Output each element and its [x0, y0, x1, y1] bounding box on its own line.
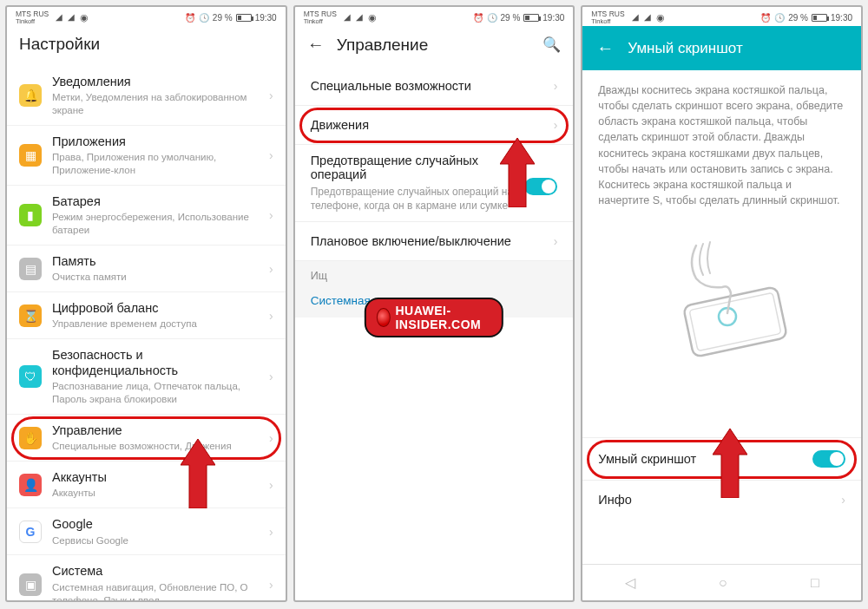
chevron-right-icon: ›	[269, 88, 273, 102]
wifi-icon: ◉	[656, 12, 665, 23]
settings-list[interactable]: 🔔УведомленияМетки, Уведомления на заблок…	[7, 66, 286, 600]
settings-row-цифровой-баланс[interactable]: ⌛Цифровой балансУправление временем дост…	[7, 292, 286, 339]
row-icon: ▮	[19, 204, 42, 226]
row-icon: ✋	[19, 427, 42, 449]
row-title: Цифровой баланс	[52, 300, 259, 316]
row-subtitle: Распознавание лица, Отпечаток пальца, Па…	[52, 380, 259, 406]
chevron-right-icon: ›	[269, 370, 273, 383]
row-accessibility[interactable]: Специальные возможности ›	[295, 67, 574, 106]
row-subtitle: Системная навигация, Обновление ПО, О те…	[52, 581, 259, 600]
chevron-right-icon: ›	[554, 234, 558, 248]
back-button[interactable]: ←	[307, 35, 325, 55]
settings-row-память[interactable]: ▤ПамятьОчистка памяти›	[7, 246, 286, 292]
row-subtitle: Сервисы Google	[52, 534, 259, 547]
settings-row-система[interactable]: ▣СистемаСистемная навигация, Обновление …	[7, 555, 286, 600]
row-smart-screenshot-toggle[interactable]: Умный скриншот	[582, 437, 861, 480]
chevron-right-icon: ›	[841, 493, 845, 507]
row-title: Google	[52, 516, 259, 532]
row-icon: ▤	[19, 258, 42, 280]
page-title: Умный скриншот	[628, 40, 742, 57]
row-title: Приложения	[52, 134, 259, 149]
settings-row-уведомления[interactable]: 🔔УведомленияМетки, Уведомления на заблок…	[7, 66, 286, 126]
status-bar: MTS RUS Tinkoff ◉ ⏰ 🕓 29 % 19:30	[582, 7, 861, 26]
nav-home-button[interactable]: ○	[701, 570, 745, 596]
status-bar: MTS RUS Tinkoff ◉ ⏰ 🕓 29 % 19:30	[295, 7, 574, 26]
time-label: 19:30	[255, 13, 277, 23]
chevron-right-icon: ›	[269, 478, 273, 492]
settings-row-батарея[interactable]: ▮БатареяРежим энергосбережения, Использо…	[7, 186, 286, 246]
chevron-right-icon: ›	[269, 525, 273, 539]
clock-icon: 🕓	[774, 13, 785, 23]
description-text: Дважды коснитесь экрана костяшкой пальца…	[582, 70, 861, 215]
header: Настройки	[7, 26, 286, 66]
phone-management: MTS RUS Tinkoff ◉ ⏰ 🕓 29 % 19:30 ← Управ…	[293, 5, 575, 602]
row-prevent-ops[interactable]: Предотвращение случайных операций Предот…	[295, 145, 574, 222]
signal-icon	[68, 14, 77, 22]
page-title: Управление	[337, 36, 429, 55]
header: ← Умный скриншот	[582, 26, 861, 70]
watermark-badge: HUAWEI-INSIDER.COM	[365, 298, 503, 337]
row-icon: G	[19, 521, 42, 543]
clock-icon: 🕓	[487, 13, 497, 23]
row-subtitle: Аккаунты	[52, 487, 259, 500]
chevron-right-icon: ›	[269, 148, 273, 162]
phone-settings: MTS RUS Tinkoff ◉ ⏰ 🕓 29 % 19:30 Настрой…	[5, 5, 287, 602]
chevron-right-icon: ›	[269, 309, 273, 323]
row-title: Безопасность и конфиденциальность	[52, 347, 259, 378]
huawei-logo-icon	[377, 308, 391, 327]
page-title: Настройки	[19, 35, 100, 54]
row-info[interactable]: Инфо ›	[582, 480, 861, 519]
row-icon: 🛡	[19, 365, 42, 388]
settings-row-аккаунты[interactable]: 👤АккаунтыАккаунты›	[7, 462, 286, 508]
nav-recent-button[interactable]: □	[793, 570, 837, 596]
row-icon: ⌛	[19, 304, 42, 327]
header: ← Управление 🔍	[295, 26, 574, 67]
back-button[interactable]: ←	[596, 38, 614, 58]
settings-row-управление[interactable]: ✋УправлениеСпециальные возможности, Движ…	[7, 415, 286, 462]
status-bar: MTS RUS Tinkoff ◉ ⏰ 🕓 29 % 19:30	[7, 7, 286, 26]
row-subtitle: Права, Приложения по умолчанию, Приложен…	[52, 151, 259, 177]
row-motions[interactable]: Движения ›	[295, 106, 574, 145]
signal-icon	[644, 14, 654, 22]
row-scheduled-power[interactable]: Плановое включение/выключение ›	[295, 222, 574, 261]
nav-bar: ◁ ○ □	[582, 564, 861, 600]
search-icon[interactable]: 🔍	[542, 36, 561, 54]
battery-icon	[523, 14, 539, 22]
settings-row-приложения[interactable]: ▦ПриложенияПрава, Приложения по умолчани…	[7, 126, 286, 186]
signal-icon	[56, 14, 65, 22]
battery-icon	[236, 14, 252, 22]
toggle-prevent-ops[interactable]	[524, 178, 557, 195]
clock-icon: 🕓	[199, 13, 209, 23]
phone-smart-screenshot: MTS RUS Tinkoff ◉ ⏰ 🕓 29 % 19:30 ← Умный…	[581, 5, 863, 602]
toggle-smart-screenshot[interactable]	[812, 450, 845, 468]
nav-back-button[interactable]: ◁	[608, 569, 653, 596]
row-title: Память	[52, 253, 259, 269]
chevron-right-icon: ›	[269, 431, 273, 445]
settings-row-google[interactable]: GGoogleСервисы Google›	[7, 508, 286, 555]
row-icon: 🔔	[19, 84, 42, 107]
wifi-icon: ◉	[80, 12, 89, 23]
row-title: Система	[52, 563, 259, 579]
settings-row-безопасность-и-конфиденциальность[interactable]: 🛡Безопасность и конфиденциальностьРаспоз…	[7, 339, 286, 415]
row-subtitle: Управление временем доступа	[52, 318, 259, 331]
alarm-icon: ⏰	[185, 13, 195, 23]
row-subtitle: Метки, Уведомления на заблокированном эк…	[52, 91, 259, 117]
chevron-right-icon: ›	[269, 208, 273, 222]
carrier-label: MTS RUS	[16, 10, 49, 18]
chevron-right-icon: ›	[554, 118, 558, 132]
row-subtitle: Очистка памяти	[52, 271, 259, 284]
row-subtitle: Режим энергосбережения, Использование ба…	[52, 211, 259, 237]
knuckle-illustration	[582, 215, 861, 380]
row-icon: 👤	[19, 474, 42, 496]
row-icon: ▣	[19, 573, 42, 596]
chevron-right-icon: ›	[269, 262, 273, 276]
alarm-icon: ⏰	[760, 13, 771, 23]
row-icon: ▦	[19, 144, 42, 167]
signal-icon	[632, 14, 641, 22]
alarm-icon: ⏰	[473, 13, 483, 23]
row-title: Уведомления	[52, 74, 259, 89]
chevron-right-icon: ›	[269, 578, 273, 592]
wifi-icon: ◉	[368, 12, 377, 23]
row-subtitle: Специальные возможности, Движения	[52, 440, 259, 453]
row-title: Батарея	[52, 193, 259, 209]
